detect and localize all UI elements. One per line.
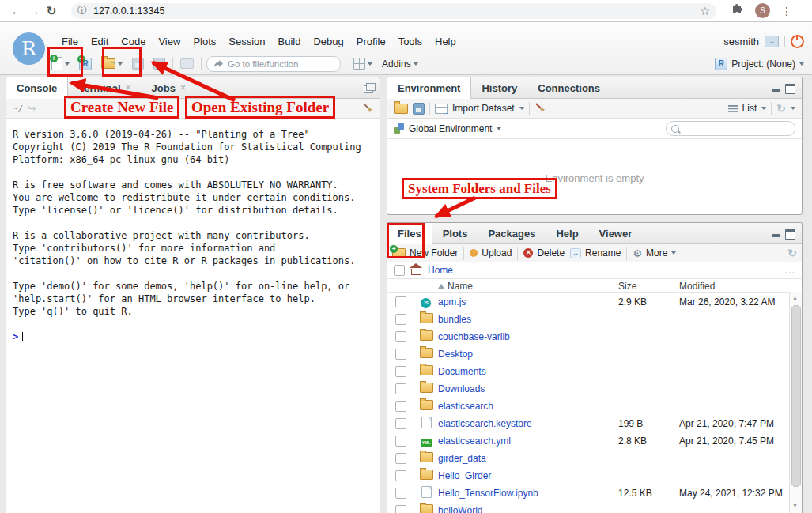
browser-forward-icon[interactable]: →	[25, 4, 43, 17]
menu-session[interactable]: Session	[222, 36, 271, 47]
open-file-button[interactable]	[99, 57, 125, 70]
tab-connections[interactable]: Connections	[527, 77, 610, 98]
maximize-pane-icon[interactable]	[785, 229, 795, 240]
breadcrumb-more-button[interactable]: ...	[785, 265, 795, 276]
file-checkbox[interactable]	[395, 383, 406, 394]
print-button[interactable]	[178, 57, 196, 70]
addins-button[interactable]: Addins	[380, 57, 421, 71]
tab-files[interactable]: Files	[387, 223, 432, 244]
file-checkbox[interactable]	[395, 470, 406, 481]
file-name-link[interactable]: Documents	[438, 366, 618, 377]
tab-jobs[interactable]: Jobs×	[142, 77, 196, 98]
sign-out-icon[interactable]: →	[765, 36, 779, 47]
new-file-button[interactable]: +	[49, 55, 72, 72]
file-name-link[interactable]: Hello_Girder	[438, 470, 618, 481]
upload-button[interactable]: ↑ Upload	[470, 247, 512, 258]
file-checkbox[interactable]	[395, 331, 406, 342]
select-all-checkbox[interactable]	[394, 265, 405, 276]
menu-profile[interactable]: Profile	[350, 36, 392, 47]
clear-environment-icon[interactable]	[534, 102, 546, 115]
file-checkbox[interactable]	[395, 401, 406, 412]
file-checkbox[interactable]	[395, 349, 406, 360]
file-name-link[interactable]: Desktop	[438, 349, 618, 360]
save-button[interactable]	[130, 56, 146, 71]
environment-search-input[interactable]	[666, 121, 795, 136]
tab-viewer[interactable]: Viewer	[589, 223, 643, 243]
refresh-files-icon[interactable]: ↻	[787, 247, 797, 258]
menu-code[interactable]: Code	[115, 36, 152, 47]
load-workspace-icon[interactable]	[394, 104, 408, 114]
menu-edit[interactable]: Edit	[85, 36, 115, 47]
refresh-icon[interactable]: ↻	[776, 103, 786, 114]
save-all-button[interactable]	[151, 56, 168, 71]
scrollbar-thumb[interactable]	[791, 305, 801, 487]
import-dataset-button[interactable]: Import Dataset	[452, 103, 515, 114]
file-name-link[interactable]: helloWorld	[438, 505, 618, 513]
close-tab-icon[interactable]: ×	[180, 82, 186, 93]
working-directory-label[interactable]: ~/	[13, 104, 23, 114]
file-checkbox[interactable]	[395, 488, 406, 499]
list-view-button[interactable]: List	[742, 103, 757, 114]
tab-packages[interactable]: Packages	[478, 223, 546, 243]
file-checkbox[interactable]	[395, 296, 406, 307]
restore-pane-icon[interactable]	[364, 85, 373, 93]
file-checkbox[interactable]	[395, 314, 406, 325]
menu-plots[interactable]: Plots	[187, 36, 222, 47]
tab-help[interactable]: Help	[546, 223, 588, 243]
delete-button[interactable]: ✕ Delete	[523, 247, 565, 258]
site-info-icon[interactable]: ⓘ	[77, 4, 87, 17]
menu-tools[interactable]: Tools	[392, 36, 429, 47]
tab-environment[interactable]: Environment	[387, 77, 471, 99]
menu-debug[interactable]: Debug	[307, 36, 349, 47]
file-checkbox[interactable]	[395, 418, 406, 429]
console-output[interactable]: R version 3.6.0 (2019-04-26) -- "Plantin…	[6, 119, 380, 343]
file-name-link[interactable]: elasticsearch.keystore	[438, 418, 618, 429]
sort-by-name-header[interactable]: Name	[438, 281, 618, 292]
browser-back-icon[interactable]: ←	[8, 4, 25, 17]
menu-file[interactable]: File	[55, 36, 85, 47]
extensions-icon[interactable]	[732, 3, 744, 18]
menu-view[interactable]: View	[152, 36, 187, 47]
minimize-pane-icon[interactable]	[772, 232, 780, 238]
modified-column-header[interactable]: Modified	[679, 281, 802, 292]
bookmark-star-icon[interactable]: ☆	[700, 5, 710, 17]
rename-button[interactable]: → Rename	[570, 247, 621, 258]
scroll-down-icon[interactable]: ▼	[792, 503, 798, 508]
file-checkbox[interactable]	[395, 436, 406, 447]
minimize-pane-icon[interactable]	[772, 86, 780, 92]
file-name-link[interactable]: bundles	[438, 314, 618, 325]
file-name-link[interactable]: girder_data	[438, 453, 618, 464]
menu-build[interactable]: Build	[272, 36, 308, 47]
new-folder-button[interactable]: + New Folder	[392, 247, 458, 258]
close-tab-icon[interactable]: ×	[126, 82, 131, 93]
maximize-pane-icon[interactable]	[785, 84, 795, 94]
tab-plots[interactable]: Plots	[432, 223, 478, 243]
quit-session-icon[interactable]	[791, 35, 804, 48]
scroll-up-icon[interactable]: ▲	[792, 295, 798, 300]
file-name-link[interactable]: Downloads	[438, 383, 618, 394]
file-checkbox[interactable]	[395, 453, 406, 464]
files-scrollbar[interactable]: ▲ ▼	[789, 292, 802, 513]
tab-terminal[interactable]: Terminal×	[68, 77, 141, 98]
file-checkbox[interactable]	[395, 366, 406, 377]
clear-console-icon[interactable]	[362, 102, 373, 115]
goto-file-input[interactable]: Go to file/function	[206, 56, 341, 72]
file-name-link[interactable]: couchbase-varlib	[438, 331, 618, 342]
browser-menu-icon[interactable]: ⋮	[781, 5, 792, 17]
size-column-header[interactable]: Size	[618, 281, 679, 292]
project-menu-button[interactable]: R Project: (None)	[715, 58, 804, 70]
save-workspace-icon[interactable]	[413, 103, 425, 115]
pane-layout-button[interactable]	[351, 56, 375, 71]
tab-history[interactable]: History	[471, 77, 527, 98]
file-checkbox[interactable]	[395, 505, 406, 513]
file-name-link[interactable]: elasticsearch.yml	[438, 436, 618, 447]
file-name-link[interactable]: elasticsearch	[438, 401, 618, 412]
more-button[interactable]: ⚙ More	[633, 247, 676, 258]
goto-directory-icon[interactable]: ↪	[28, 103, 36, 114]
tab-console[interactable]: Console	[6, 77, 68, 99]
breadcrumb-home-link[interactable]: Home	[428, 265, 453, 276]
new-project-button[interactable]: R+	[77, 56, 94, 72]
file-name-link[interactable]: Hello_TensorFlow.ipynb	[438, 488, 618, 499]
profile-avatar[interactable]: S	[755, 3, 770, 18]
file-name-link[interactable]: apm.js	[438, 296, 618, 307]
